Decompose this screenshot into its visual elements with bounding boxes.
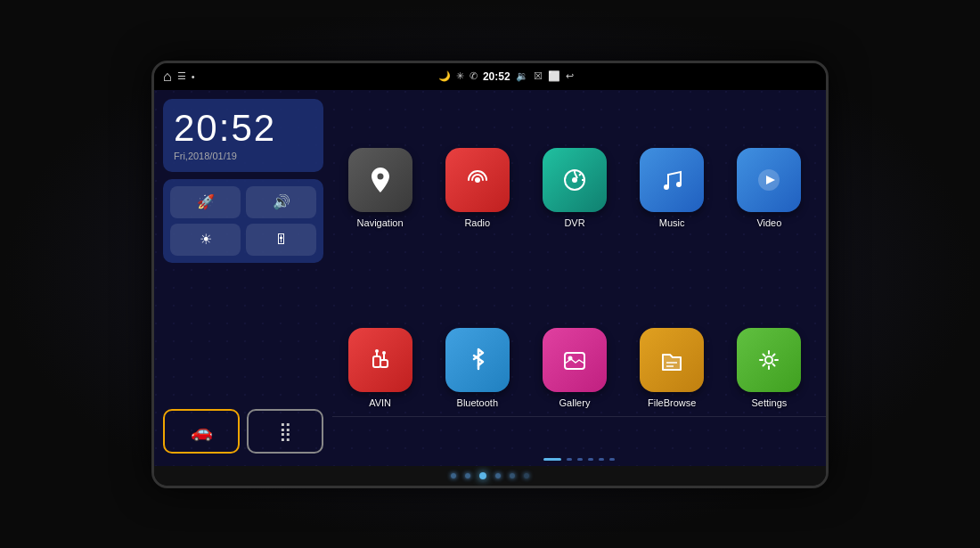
app-item-avin[interactable]: AVIN [337,283,423,453]
led-6 [524,473,529,478]
main-area: 20:52 Fri,2018/01/19 🚀 🔊 ☀ 🎚 [154,90,826,466]
navigation-icon [348,148,412,212]
moon-icon: 🌙 [438,70,451,82]
music-label: Music [659,217,685,228]
dvr-icon [543,148,607,212]
equalizer-icon: 🎚 [274,232,289,248]
status-time: 20:52 [483,70,510,83]
apps-button[interactable]: ⣿ [247,409,323,454]
led-5 [510,473,515,478]
led-4 [495,473,501,478]
svg-rect-11 [373,356,380,367]
app-item-filebrowse[interactable]: FileBrowse [629,283,715,453]
back-icon[interactable]: ↩ [566,70,574,82]
brightness-button[interactable]: ☀ [170,224,241,256]
page-dot-1 [543,458,561,461]
car-mode-button[interactable]: 🚗 [163,409,240,454]
clock-date: Fri,2018/01/19 [174,151,313,161]
clock-time: 20:52 [174,110,313,147]
status-center: 🌙 ✳ ✆ 20:52 🔉 ☒ ⬜ ↩ [438,70,574,83]
app-item-music[interactable]: Music [629,103,715,273]
avin-icon [348,328,412,392]
window-icon: ⬜ [548,70,560,82]
quick-controls: 🚀 🔊 ☀ 🎚 [163,179,323,263]
svg-point-19 [765,356,772,364]
page-dot-4 [588,458,593,461]
filebrowse-icon [640,328,704,392]
sun-icon: ☀ [200,231,212,248]
svg-point-7 [664,184,669,190]
launch-button[interactable]: 🚀 [170,186,241,218]
video-icon [737,148,801,212]
bluetooth-status-icon: ✳ [456,70,464,82]
status-bar: ⌂ ☰ • 🌙 ✳ ✆ 20:52 🔉 ☒ ⬜ ↩ [154,63,826,90]
screen-bezel: ⌂ ☰ • 🌙 ✳ ✆ 20:52 🔉 ☒ ⬜ ↩ 20:5 [151,61,829,488]
led-1 [451,473,456,478]
left-panel: 20:52 Fri,2018/01/19 🚀 🔊 ☀ 🎚 [154,90,332,466]
app-item-bluetooth[interactable]: Bluetooth [434,283,520,453]
page-dot-6 [609,458,615,461]
led-3 [479,472,486,479]
app-grid: Navigation Ra [337,103,813,453]
volume-button[interactable]: 🔊 [246,186,316,218]
svg-point-0 [475,177,480,183]
svg-rect-12 [380,360,388,367]
gallery-label: Gallery [559,397,591,408]
app-item-video[interactable]: Video [726,103,813,273]
home-icon[interactable]: ⌂ [163,69,172,85]
svg-point-14 [382,351,386,355]
filebrowse-label: FileBrowse [648,397,696,408]
status-left: ⌂ ☰ • [163,69,195,85]
svg-line-4 [579,174,581,176]
settings-icon [737,328,801,392]
bluetooth-label: Bluetooth [457,397,498,408]
bottom-widgets: 🚗 ⣿ [163,409,323,457]
navigation-label: Navigation [357,217,404,228]
gallery-icon [543,328,607,392]
menu-icon: ☰ [177,70,186,82]
app-item-radio[interactable]: Radio [434,103,520,273]
volume-icon: 🔉 [516,70,528,82]
radio-label: Radio [464,217,490,228]
speaker-icon: 🔊 [273,193,290,210]
svg-point-8 [676,182,682,187]
app-grid-container: Navigation Ra [332,90,826,466]
rocket-icon: 🚀 [197,193,215,210]
phone-icon: ✆ [470,70,478,82]
car-icon: 🚗 [191,421,213,442]
avin-label: AVIN [369,397,391,408]
divider-line [332,416,826,417]
car-frame: ⌂ ☰ • 🌙 ✳ ✆ 20:52 🔉 ☒ ⬜ ↩ 20:5 [0,0,980,548]
page-dot-5 [599,458,604,461]
app-item-gallery[interactable]: Gallery [531,283,617,453]
close-box-icon: ☒ [534,70,543,82]
bluetooth-icon [445,328,510,392]
radio-icon [445,148,510,212]
apps-grid-icon: ⣿ [279,421,292,442]
music-icon [640,148,704,212]
page-dots [332,458,826,461]
app-item-settings[interactable]: Settings [726,283,813,453]
dvr-label: DVR [564,217,584,228]
dot-icon: • [192,71,195,82]
app-item-navigation[interactable]: Navigation [337,103,423,273]
eq-button[interactable]: 🎚 [246,224,316,256]
page-dot-3 [577,458,583,461]
clock-widget: 20:52 Fri,2018/01/19 [163,99,323,172]
indicator-row [154,466,826,486]
led-2 [465,473,470,478]
settings-label: Settings [752,397,788,408]
video-label: Video [756,217,781,228]
page-dot-2 [567,458,572,461]
svg-point-13 [375,349,379,353]
app-item-dvr[interactable]: DVR [531,103,617,273]
